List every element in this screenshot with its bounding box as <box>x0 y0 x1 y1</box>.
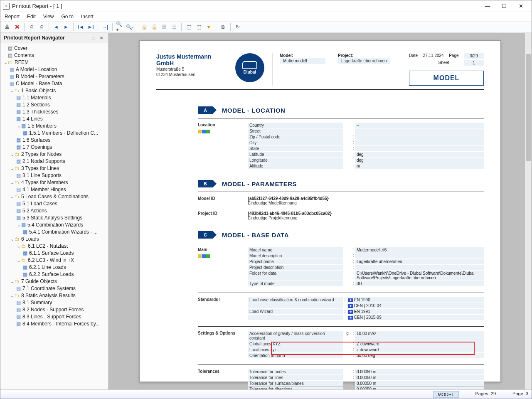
tree-1[interactable]: 1 Basic Objects <box>21 88 56 94</box>
tree-2[interactable]: 2 Types for Nodes <box>21 151 62 157</box>
print-icon[interactable]: 🖶 <box>3 23 11 31</box>
sec-a-title: MODEL - LOCATION <box>222 107 285 114</box>
status-page-val: 3 <box>526 391 528 396</box>
kv-key: Orientation to north <box>248 353 343 358</box>
nav-prev-icon[interactable]: ◄ <box>52 23 60 31</box>
sidebar-pin-icon[interactable]: □ <box>90 34 96 41</box>
tree-541[interactable]: 5.4.1 Combination Wizards - ... <box>29 229 98 235</box>
nav-next-icon[interactable]: ► <box>62 23 70 31</box>
tree-17[interactable]: 1.7 Openings <box>22 144 52 150</box>
tree-82[interactable]: 8.2 Nodes - Support Forces <box>22 307 84 313</box>
tree-cover[interactable]: Cover <box>14 45 27 51</box>
tree-41[interactable]: 4.1 Member Hinges <box>22 187 66 192</box>
minimize-button[interactable]: — <box>479 1 496 12</box>
print-cancel-icon[interactable]: 🗙 <box>13 23 21 31</box>
tree-14[interactable]: 1.4 Lines <box>22 116 43 122</box>
tree-13[interactable]: 1.3 Thicknesses <box>22 109 59 115</box>
tree-6[interactable]: 6 Loads <box>21 236 39 242</box>
tree-83[interactable]: 8.3 Lines - Support Forces <box>22 314 81 320</box>
kv-key: Project description <box>248 265 343 270</box>
menu-edit[interactable]: Edit <box>27 14 36 20</box>
sec-a-block-label: Location <box>198 123 248 127</box>
tree-contents[interactable]: Contents <box>14 52 34 58</box>
kv-key: Zip / Postal code <box>248 134 343 140</box>
preview-scrollbar[interactable] <box>525 33 532 389</box>
menu-insert[interactable]: Insert <box>81 14 94 20</box>
tree-611[interactable]: 6.1.1 Surface Loads <box>29 250 74 256</box>
jump-icon[interactable]: →| <box>101 23 109 31</box>
layout2-icon[interactable]: ⬚ <box>195 23 203 31</box>
sec-c-tol-label: Tolerances <box>198 369 248 389</box>
tree-16[interactable]: 1.6 Surfaces <box>22 137 50 143</box>
toolbar: 🖶 🗙 🖨 🖨 ◄ ► I◄ ►I →| 🔍+ 🔍- 🔒 🔓 ⛓ ☰ ⬚ ⬚ ▾… <box>0 22 532 33</box>
kv-val: deg <box>355 152 484 157</box>
titlebar: ≡ Printout Report - [ 1 ] — ☐ ✕ <box>0 0 532 12</box>
company-addr2: 01234 Musterhausen <box>156 72 227 77</box>
link-icon[interactable]: ⛓ <box>160 23 168 31</box>
tree-a[interactable]: A Model - Location <box>16 66 57 72</box>
tree-c[interactable]: C Model - Base Data <box>16 81 62 86</box>
sidebar-title: Printout Report Navigator <box>4 35 65 41</box>
sidebar-close-icon[interactable]: ✕ <box>98 34 105 41</box>
kv-key: Tolerance for directions <box>248 387 343 389</box>
tree-11[interactable]: 1.1 Materials <box>22 95 51 101</box>
tree-4[interactable]: 4 Types for Members <box>21 180 68 185</box>
maximize-button[interactable]: ☐ <box>496 1 512 12</box>
tree-54[interactable]: 5.4 Combination Wizards <box>27 222 83 228</box>
list-icon[interactable]: ☰ <box>170 23 178 31</box>
menu-report[interactable]: Report <box>5 14 20 20</box>
nav-last-icon[interactable]: ►I <box>86 23 95 31</box>
tree-8[interactable]: 8 Static Analysis Results <box>21 293 76 298</box>
zoom-in-icon[interactable]: 🔍+ <box>116 23 124 31</box>
kv-val: 0.00050 m <box>355 387 484 389</box>
company-addr1: Musterstraße 5 <box>156 66 227 72</box>
navigator-tree[interactable]: Cover Contents ⌄RFEM A Model - Location … <box>0 43 108 389</box>
date-label: Date <box>409 53 418 59</box>
tree-21[interactable]: 2.1 Nodal Supports <box>22 158 65 164</box>
tree-31[interactable]: 3.1 Line Supports <box>22 172 62 178</box>
zoom-out-icon[interactable]: 🔍- <box>126 23 134 31</box>
page-icon[interactable]: 🗎 <box>219 23 227 31</box>
model-value: Muttermodell <box>280 58 325 64</box>
tree-51[interactable]: 5.1 Load Cases <box>22 201 57 207</box>
kv-val: 0.00050 m <box>355 375 484 380</box>
menu-view[interactable]: View <box>43 14 54 20</box>
tree-b[interactable]: B Model - Parameters <box>16 74 64 79</box>
tree-84[interactable]: 8.4 Members - Internal Forces by... <box>22 321 100 327</box>
tree-61[interactable]: 6.1 LC2 - Nutzlast <box>28 243 68 249</box>
logo-icon: Dlubal <box>235 53 264 82</box>
tree-52[interactable]: 5.2 Actions <box>22 208 47 214</box>
sidebar-header: Printout Report Navigator □ ✕ <box>0 33 108 43</box>
tree-7[interactable]: 7 Guide Objects <box>21 278 57 284</box>
nav-first-icon[interactable]: I◄ <box>76 23 85 31</box>
printer-icon[interactable]: 🖨 <box>27 23 36 31</box>
refresh-icon[interactable]: ↻ <box>234 23 242 31</box>
close-button[interactable]: ✕ <box>512 1 529 12</box>
tree-81[interactable]: 8.1 Summary <box>22 300 52 305</box>
kv-key: Acceleration of gravity / mass conversio… <box>248 331 343 341</box>
tree-71[interactable]: 7.1 Coordinate Systems <box>22 286 76 291</box>
tree-62[interactable]: 6.2 LC3 - Wind in +X <box>28 257 74 263</box>
company-name: Justus Mustermann GmbH <box>156 53 227 66</box>
tree-15[interactable]: 1.5 Members <box>27 123 57 129</box>
printer2-icon[interactable]: 🖨 <box>37 23 46 31</box>
layout-color-icon[interactable]: ▾ <box>204 23 213 31</box>
kv-key: Model description <box>248 253 343 259</box>
cube-icon <box>198 254 210 263</box>
tree-53[interactable]: 5.3 Static Analysis Settings <box>22 215 82 221</box>
tree-5[interactable]: 5 Load Cases & Combinations <box>21 194 89 200</box>
lock-icon[interactable]: 🔒 <box>140 23 148 31</box>
kv-val <box>355 128 484 134</box>
preview-area[interactable]: Justus Mustermann GmbH Musterstraße 5 01… <box>108 33 532 389</box>
unlock-icon[interactable]: 🔓 <box>150 23 158 31</box>
tree-12[interactable]: 1.2 Sections <box>22 102 50 108</box>
tree-621[interactable]: 6.2.1 Line Loads <box>29 264 66 270</box>
tree-rfem[interactable]: RFEM <box>15 59 29 65</box>
status-model: MODEL <box>433 391 458 398</box>
menu-goto[interactable]: Go to <box>62 14 74 20</box>
tree-622[interactable]: 6.2.2 Surface Loads <box>29 271 74 277</box>
layout1-icon[interactable]: ⬚ <box>185 23 193 31</box>
tree-3[interactable]: 3 Types for Lines <box>21 165 59 171</box>
tree-151[interactable]: 1.5.1 Members - Deflection C... <box>29 130 98 136</box>
sec-c-std-label: Standards I <box>198 297 248 320</box>
